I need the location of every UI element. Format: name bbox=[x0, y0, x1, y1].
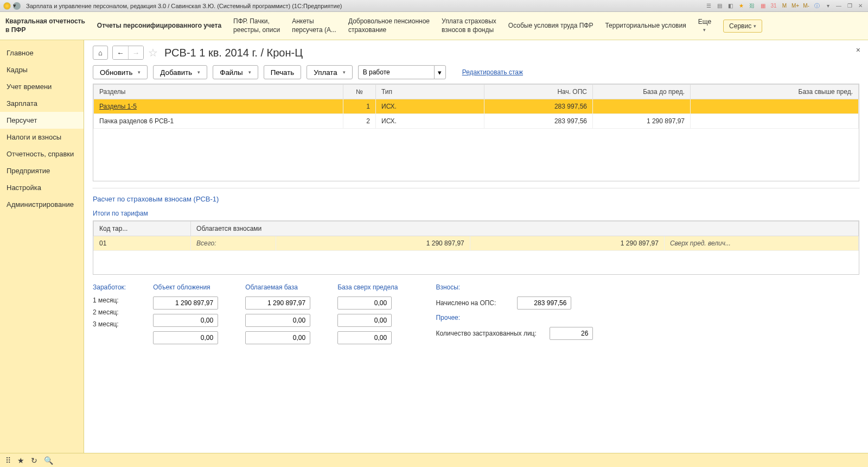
sidebar-item-salary[interactable]: Зарплата bbox=[0, 95, 84, 112]
obj-month2[interactable] bbox=[153, 314, 218, 327]
sidebar-item-company[interactable]: Предприятие bbox=[0, 162, 84, 179]
subtitle-rsv: Расчет по страховым взносам (РСВ-1) bbox=[93, 195, 859, 203]
sidebar-item-settings[interactable]: Настройка bbox=[0, 179, 84, 196]
base-month1[interactable] bbox=[245, 296, 310, 310]
contrib-header: Взносы: bbox=[436, 283, 593, 291]
section-nav: Квартальная отчетностьв ПФР Отчеты персо… bbox=[0, 12, 868, 40]
ops-value[interactable] bbox=[517, 296, 571, 310]
pay-button[interactable]: Уплата bbox=[307, 65, 352, 79]
close-button[interactable]: ✕ bbox=[856, 2, 865, 10]
table-row[interactable]: 01 Всего: 1 290 897,97 1 290 897,97 Свер… bbox=[94, 236, 859, 251]
dropdown-icon[interactable]: ▾ bbox=[13, 2, 21, 10]
refresh-button[interactable]: Обновить bbox=[93, 65, 148, 79]
document-title: РСВ-1 1 кв. 2014 г. / Крон-Ц bbox=[164, 47, 303, 59]
window-title: Зарплата и управление персоналом, редакц… bbox=[26, 3, 704, 9]
col-base-to[interactable]: База до пред. bbox=[593, 85, 691, 99]
col-type[interactable]: Тип bbox=[376, 85, 484, 99]
section-item[interactable]: Отчеты персонифицированного учета bbox=[97, 14, 221, 37]
favorites-icon[interactable]: ★ bbox=[17, 456, 24, 465]
maximize-button[interactable]: ❐ bbox=[845, 2, 854, 10]
month2-label: 2 месяц: bbox=[93, 308, 125, 316]
section-item[interactable]: ПФР. Пачки,реестры, описи bbox=[233, 14, 280, 37]
subtitle-tariff: Итоги по тарифам bbox=[93, 210, 859, 217]
close-tab-icon[interactable]: × bbox=[856, 46, 860, 54]
col-sections[interactable]: Разделы bbox=[94, 85, 343, 99]
section-item[interactable]: Добровольное пенсионноестрахование bbox=[348, 14, 430, 37]
favorite-icon[interactable]: ★ bbox=[737, 2, 745, 10]
section-item[interactable]: Территориальные условия bbox=[605, 14, 686, 37]
section-item[interactable]: Квартальная отчетностьв ПФР bbox=[5, 14, 85, 37]
over-header: База сверх предела bbox=[337, 283, 398, 291]
base-month2[interactable] bbox=[245, 314, 310, 327]
home-button[interactable]: ⌂ bbox=[93, 46, 108, 60]
tariff-table[interactable]: Код тар... Облагается взносами 01 Всего:… bbox=[93, 220, 859, 275]
back-button[interactable]: ← bbox=[113, 46, 128, 59]
search-icon[interactable]: 🔍 bbox=[44, 456, 53, 465]
ops-label: Начислено на ОПС: bbox=[436, 299, 512, 307]
obj-month1[interactable] bbox=[153, 296, 218, 310]
history-icon[interactable]: ↻ bbox=[31, 456, 37, 465]
base-month3[interactable] bbox=[245, 331, 310, 344]
col-ops[interactable]: Нач. ОПС bbox=[484, 85, 593, 99]
col-num[interactable]: № bbox=[343, 85, 376, 99]
insured-label: Количество застрахованных лиц: bbox=[436, 330, 544, 337]
col-base-over[interactable]: База свыше пред. bbox=[691, 85, 859, 99]
toolbar-icon[interactable]: ☰ bbox=[704, 2, 713, 10]
link-icon[interactable]: ⛓ bbox=[748, 2, 756, 10]
obj-header: Объект обложения bbox=[153, 283, 218, 291]
table-row[interactable]: Разделы 1-5 1 ИСХ. 283 997,56 bbox=[94, 99, 859, 114]
add-button[interactable]: Добавить bbox=[153, 65, 207, 79]
month3-label: 3 месяц: bbox=[93, 320, 125, 328]
more-button[interactable]: Еще▾ bbox=[698, 14, 711, 37]
window-title-bar: ▾ Зарплата и управление персоналом, реда… bbox=[0, 0, 868, 12]
section-item[interactable]: Анкетыперсучета (А... bbox=[292, 14, 336, 37]
col-tariff-code[interactable]: Код тар... bbox=[94, 222, 191, 236]
status-field[interactable] bbox=[358, 65, 434, 79]
memory-mplus[interactable]: M+ bbox=[791, 2, 800, 10]
base-header: Облагаемая база bbox=[245, 283, 310, 291]
memory-mminus[interactable]: M- bbox=[802, 2, 810, 10]
minimize-button[interactable]: — bbox=[834, 2, 843, 10]
section-item[interactable]: Уплата страховыхвзносов в фонды bbox=[442, 14, 496, 37]
status-dropdown[interactable]: ▾ bbox=[434, 65, 446, 79]
calendar-icon[interactable]: 31 bbox=[769, 2, 778, 10]
info-icon[interactable]: ⓘ bbox=[813, 2, 821, 10]
other-header: Прочее: bbox=[436, 314, 593, 321]
apps-icon[interactable]: ⠿ bbox=[5, 456, 11, 465]
forward-button[interactable]: → bbox=[128, 46, 143, 59]
caret-down-icon[interactable]: ▾ bbox=[824, 2, 832, 10]
sidebar-item-admin[interactable]: Администрирование bbox=[0, 196, 84, 213]
print-button[interactable]: Печать bbox=[264, 65, 302, 79]
toolbar: Обновить Добавить Файлы Печать Уплата ▾ … bbox=[93, 65, 859, 79]
edit-experience-link[interactable]: Редактировать стаж bbox=[462, 68, 523, 76]
sections-table[interactable]: Разделы № Тип Нач. ОПС База до пред. Баз… bbox=[93, 84, 859, 181]
sidebar-item-main[interactable]: Главное bbox=[0, 45, 84, 61]
files-button[interactable]: Файлы bbox=[213, 65, 258, 79]
sidebar-item-kadry[interactable]: Кадры bbox=[0, 61, 84, 78]
month1-label: 1 месяц: bbox=[93, 296, 125, 304]
insured-value[interactable] bbox=[550, 327, 593, 340]
table-row[interactable]: Пачка разделов 6 РСВ-1 2 ИСХ. 283 997,56… bbox=[94, 114, 859, 129]
sidebar-item-reports[interactable]: Отчетность, справки bbox=[0, 146, 84, 162]
sidebar: Главное Кадры Учет времени Зарплата Перс… bbox=[0, 40, 84, 453]
content-area: × ⌂ ← → ☆ РСВ-1 1 кв. 2014 г. / Крон-Ц О… bbox=[84, 40, 868, 453]
grid-icon[interactable]: ▦ bbox=[758, 2, 767, 10]
over-month3[interactable] bbox=[337, 331, 392, 344]
star-icon[interactable]: ☆ bbox=[148, 46, 158, 59]
sidebar-item-time[interactable]: Учет времени bbox=[0, 78, 84, 95]
over-month2[interactable] bbox=[337, 314, 392, 327]
earnings-header: Заработок: bbox=[93, 283, 126, 291]
col-taxable[interactable]: Облагается взносами bbox=[191, 222, 859, 236]
sidebar-item-taxes[interactable]: Налоги и взносы bbox=[0, 129, 84, 146]
over-month1[interactable] bbox=[337, 296, 392, 310]
bottom-toolbar: ⠿ ★ ↻ 🔍 bbox=[0, 453, 868, 467]
app-logo-icon bbox=[3, 2, 11, 10]
section-item[interactable]: Особые условия труда ПФР bbox=[508, 14, 593, 37]
toolbar-icon[interactable]: ▤ bbox=[715, 2, 724, 10]
obj-month3[interactable] bbox=[153, 331, 218, 344]
toolbar-icon[interactable]: ◧ bbox=[726, 2, 735, 10]
memory-m[interactable]: M bbox=[780, 2, 789, 10]
sidebar-item-pers[interactable]: Персучет bbox=[0, 112, 84, 129]
service-button[interactable]: Сервис▾ bbox=[723, 20, 762, 33]
